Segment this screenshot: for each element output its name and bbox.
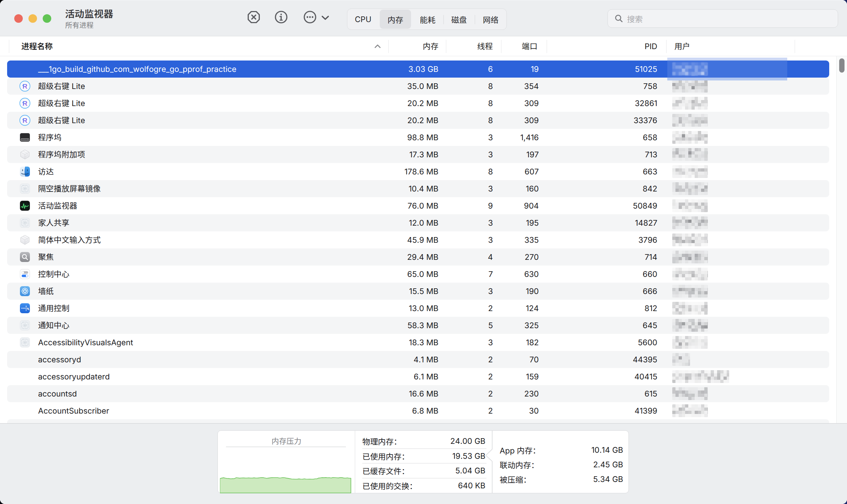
tab-cpu[interactable]: CPU <box>347 9 379 30</box>
process-threads: 5 <box>457 317 493 334</box>
column-header-pid[interactable]: PID <box>615 37 657 56</box>
chevron-down-icon[interactable] <box>321 9 330 27</box>
header-separator <box>501 40 501 53</box>
app-icon-finder <box>19 166 31 177</box>
process-threads: 2 <box>457 351 493 368</box>
process-threads: 8 <box>457 163 493 180</box>
header-separator <box>388 40 389 53</box>
tab-energy[interactable]: 能耗 <box>412 9 443 30</box>
user-name-redacted <box>672 233 708 246</box>
traffic-light-zoom-button[interactable] <box>43 14 51 23</box>
stat-value: 5.34 GB <box>593 474 623 484</box>
process-ports: 159 <box>496 368 539 385</box>
process-row[interactable]: 访达178.6 MB8607663 <box>7 163 829 180</box>
inspect-process-button[interactable] <box>272 9 290 27</box>
process-row[interactable]: accessoryd4.1 MB27044395 <box>7 351 829 368</box>
process-row[interactable]: R超级右键 Lite20.2 MB830933376 <box>7 112 829 129</box>
process-name: 超级右键 Lite <box>38 112 85 129</box>
column-header-threads[interactable]: 线程 <box>450 37 493 56</box>
column-header-memory[interactable]: 内存 <box>396 37 438 56</box>
process-threads: 8 <box>457 95 493 112</box>
process-row[interactable]: AccessibilityVisualsAgent18.3 MB31825600 <box>7 334 829 351</box>
user-redaction-halo <box>667 78 787 80</box>
process-row[interactable]: 通用控制13.0 MB2124812 <box>7 300 829 317</box>
process-row[interactable]: 简体中文输入方式45.9 MB33353796 <box>7 231 829 248</box>
app-icon-controlcenter <box>19 268 31 280</box>
app-icon-rlite: R <box>19 98 31 109</box>
process-row[interactable]: 程序坞附加项17.3 MB3197713 <box>7 146 829 163</box>
memory-pressure-label: 内存压力 <box>218 435 355 446</box>
window-subtitle: 所有进程 <box>65 21 113 30</box>
search-field[interactable]: 搜索 <box>607 9 838 28</box>
stat-row: 被压缩：5.34 GB <box>500 472 623 487</box>
process-name: 隔空播放屏幕镜像 <box>38 180 101 197</box>
user-name-redacted <box>672 182 708 195</box>
stat-label: 已使用内存： <box>362 450 409 462</box>
tab-label: CPU <box>355 15 372 24</box>
traffic-light-minimize-button[interactable] <box>28 14 37 23</box>
column-header-user[interactable]: 用户 <box>674 37 690 56</box>
process-pid: 51025 <box>607 61 657 78</box>
search-placeholder: 搜索 <box>627 13 643 24</box>
process-pid: 658 <box>607 129 657 146</box>
process-row-partial[interactable] <box>7 419 829 423</box>
stat-value: 19.53 GB <box>452 451 485 461</box>
header-separator <box>9 40 9 53</box>
title-block: 活动监视器 所有进程 <box>65 8 113 30</box>
process-pid: 660 <box>607 266 657 283</box>
user-name-redacted <box>672 370 729 383</box>
process-memory: 6.8 MB <box>382 402 438 419</box>
process-memory: 4.1 MB <box>382 351 438 368</box>
process-row[interactable]: accountsd16.6 MB2230615 <box>7 385 829 402</box>
app-icon-dock <box>19 132 31 143</box>
process-row[interactable]: 隔空播放屏幕镜像10.4 MB3160842 <box>7 180 829 197</box>
column-header-name[interactable]: 进程名称 <box>21 37 53 56</box>
process-row[interactable]: 聚焦29.4 MB4270714 <box>7 248 829 266</box>
svg-text:R: R <box>22 100 27 107</box>
process-pid: 842 <box>607 180 657 197</box>
process-pid: 33376 <box>607 112 657 129</box>
process-memory: 3.03 GB <box>382 61 438 78</box>
footer-panel: 内存压力 物理内存：24.00 GB已使用内存：19.53 GB已缓存文件：5.… <box>0 423 847 504</box>
scrollbar-track[interactable] <box>836 56 847 423</box>
traffic-light-close-button[interactable] <box>14 14 23 23</box>
stat-label: App 内存： <box>500 444 540 456</box>
tab-disk[interactable]: 磁盘 <box>443 9 475 30</box>
process-row[interactable]: AccountSubscriber6.8 MB23041399 <box>7 402 829 419</box>
process-row[interactable]: 墙纸15.5 MB3190666 <box>7 283 829 300</box>
process-ports: 630 <box>496 266 539 283</box>
process-name: 聚焦 <box>38 248 54 266</box>
process-row[interactable]: 活动监视器76.0 MB990450849 <box>7 197 829 214</box>
process-row[interactable]: R超级右键 Lite20.2 MB830932861 <box>7 95 829 112</box>
process-threads: 6 <box>457 61 493 78</box>
process-row[interactable]: 通知中心58.3 MB5325645 <box>7 317 829 334</box>
process-row[interactable]: 程序坞98.8 MB31,416658 <box>7 129 829 146</box>
process-threads: 9 <box>457 197 493 214</box>
tab-network[interactable]: 网络 <box>475 9 506 30</box>
process-name: 程序坞附加项 <box>38 146 85 163</box>
process-pid: 40415 <box>607 368 657 385</box>
process-name: 控制中心 <box>38 266 69 283</box>
more-options-button[interactable] <box>301 9 319 27</box>
svg-text:R: R <box>22 117 27 124</box>
quit-process-button[interactable] <box>245 9 263 27</box>
stat-row: App 内存：10.14 GB <box>500 443 623 457</box>
tab-memory[interactable]: 内存 <box>380 10 411 29</box>
process-name: 超级右键 Lite <box>38 95 85 112</box>
sort-ascending-icon[interactable] <box>374 37 381 56</box>
user-name-redacted <box>672 148 708 161</box>
process-pid: 50849 <box>607 197 657 214</box>
process-row[interactable]: 控制中心65.0 MB7630660 <box>7 266 829 283</box>
stat-value: 10.14 GB <box>591 445 623 455</box>
process-row[interactable]: accessoryupdaterd6.1 MB215940415 <box>7 368 829 385</box>
user-name-redacted <box>672 268 708 280</box>
process-memory: 17.3 MB <box>382 146 438 163</box>
ellipsis-circle-icon <box>303 10 317 25</box>
scrollbar-thumb[interactable] <box>839 58 845 73</box>
user-name-redacted <box>672 131 708 144</box>
process-name: AccessibilityVisualsAgent <box>38 334 133 351</box>
stat-value: 2.45 GB <box>593 460 623 469</box>
process-memory: 45.9 MB <box>382 231 438 248</box>
stat-label: 被压缩： <box>500 473 531 485</box>
process-row[interactable]: 家人共享12.0 MB319514827 <box>7 214 829 231</box>
